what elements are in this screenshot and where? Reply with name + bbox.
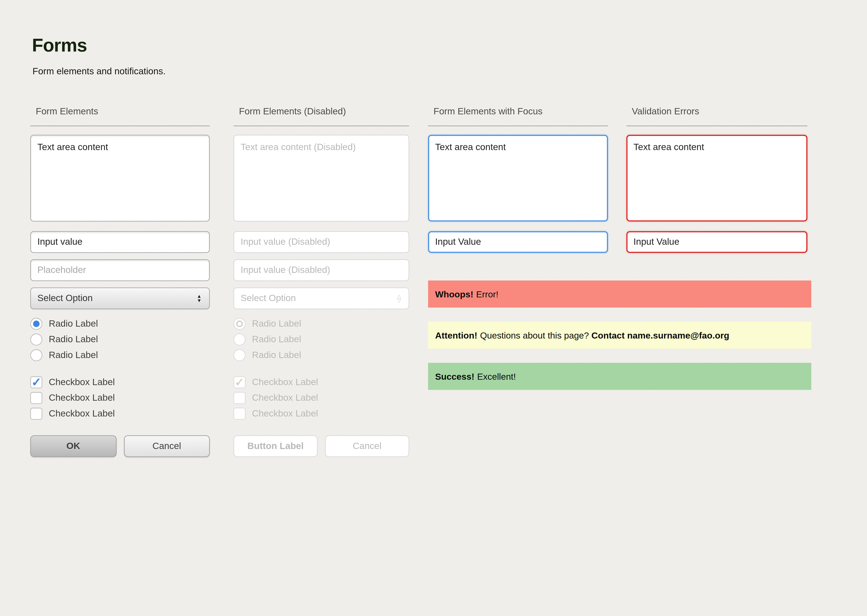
checkbox-input-disabled: [234, 408, 246, 420]
section-heading: Form Elements: [30, 106, 210, 126]
select-value: Select Option: [241, 293, 397, 304]
section-validation-errors: Validation Errors Text area content: [626, 106, 807, 253]
radio-option[interactable]: Radio Label: [30, 333, 210, 346]
radio-group-disabled: Radio Label Radio Label Radio Label: [234, 317, 409, 362]
radio-option[interactable]: Radio Label: [30, 317, 210, 330]
checkbox-option-disabled: Checkbox Label: [234, 376, 409, 389]
page-subtitle: Form elements and notifications.: [33, 66, 166, 77]
checkbox-option[interactable]: Checkbox Label: [30, 391, 210, 405]
section-form-elements-disabled: Form Elements (Disabled) Select Option △…: [234, 106, 409, 457]
section-heading: Form Elements with Focus: [428, 106, 608, 126]
text-input-disabled: [234, 231, 409, 253]
textarea-disabled: [234, 135, 409, 222]
checkbox-input-disabled: [234, 392, 246, 404]
banner-text: Error!: [476, 289, 498, 299]
textarea[interactable]: Text area content: [30, 135, 210, 222]
radio-input[interactable]: [30, 349, 42, 361]
text-input-filled[interactable]: [30, 231, 210, 253]
radio-label: Radio Label: [49, 350, 98, 361]
text-input-error[interactable]: [626, 231, 807, 253]
radio-option-disabled: Radio Label: [234, 317, 409, 330]
radio-input-disabled: [234, 333, 246, 346]
banner-bold-text: Success!: [435, 371, 474, 382]
text-input-disabled: [234, 259, 409, 281]
radio-label: Radio Label: [49, 318, 98, 329]
checkbox-label: Checkbox Label: [252, 408, 318, 419]
checkbox-option[interactable]: Checkbox Label: [30, 407, 210, 420]
textarea-error[interactable]: Text area content: [626, 135, 807, 222]
attention-banner: Attention! Questions about this page? Co…: [428, 322, 811, 349]
select-stepper-icon: ▲▼: [197, 294, 202, 303]
radio-label: Radio Label: [252, 350, 301, 361]
radio-label: Radio Label: [252, 334, 301, 345]
ok-button[interactable]: OK: [30, 435, 116, 457]
radio-option[interactable]: Radio Label: [30, 349, 210, 362]
section-form-elements-focus: Form Elements with Focus Text area conte…: [428, 106, 608, 253]
radio-option-disabled: Radio Label: [234, 333, 409, 346]
forms-style-guide-page: Forms Form elements and notifications. F…: [0, 0, 867, 616]
banner-text: Questions about this page?: [480, 330, 591, 341]
radio-input[interactable]: [30, 333, 42, 346]
text-input-placeholder[interactable]: [30, 259, 210, 281]
checkbox-option-disabled: Checkbox Label: [234, 407, 409, 420]
select-stepper-icon: △▽: [397, 294, 401, 303]
checkbox-label: Checkbox Label: [49, 377, 115, 388]
section-heading: Validation Errors: [626, 106, 807, 126]
radio-input-selected-disabled: [234, 318, 246, 330]
button-row-disabled: Button Label Cancel: [234, 435, 409, 457]
button-row: OK Cancel: [30, 435, 210, 457]
checkbox-option[interactable]: Checkbox Label: [30, 376, 210, 389]
select-value: Select Option: [38, 293, 197, 304]
button-label-disabled: Button Label: [234, 435, 318, 457]
checkbox-input[interactable]: [30, 408, 42, 420]
checkbox-input[interactable]: [30, 392, 42, 404]
radio-label: Radio Label: [49, 334, 98, 345]
banner-bold-text: Whoops!: [435, 289, 473, 299]
error-banner: Whoops! Error!: [428, 280, 811, 308]
radio-input-selected[interactable]: [30, 318, 42, 330]
checkbox-input-checked-disabled: [234, 376, 246, 388]
section-form-elements: Form Elements Text area content Select O…: [30, 106, 210, 457]
radio-group: Radio Label Radio Label Radio Label: [30, 317, 210, 362]
text-input-focused[interactable]: [428, 231, 608, 253]
checkbox-label: Checkbox Label: [49, 393, 115, 404]
cancel-button-disabled: Cancel: [325, 435, 409, 457]
checkbox-label: Checkbox Label: [49, 408, 115, 419]
cancel-button[interactable]: Cancel: [124, 435, 210, 457]
checkbox-label: Checkbox Label: [252, 393, 318, 404]
section-heading: Form Elements (Disabled): [234, 106, 409, 126]
textarea-focused[interactable]: Text area content: [428, 135, 608, 222]
success-banner: Success! Excellent!: [428, 363, 811, 390]
checkbox-group-disabled: Checkbox Label Checkbox Label Checkbox L…: [234, 376, 409, 420]
checkbox-label: Checkbox Label: [252, 377, 318, 388]
page-title: Forms: [32, 35, 87, 56]
banner-contact-email: Contact name.surname@fao.org: [591, 330, 729, 341]
checkbox-input-checked[interactable]: [30, 376, 42, 388]
radio-option-disabled: Radio Label: [234, 349, 409, 362]
banner-text: Excellent!: [477, 371, 516, 382]
select-dropdown-disabled: Select Option △▽: [234, 288, 409, 309]
select-dropdown[interactable]: Select Option ▲▼: [30, 288, 210, 309]
checkbox-option-disabled: Checkbox Label: [234, 391, 409, 405]
banner-bold-text: Attention!: [435, 330, 478, 341]
checkbox-group: Checkbox Label Checkbox Label Checkbox L…: [30, 376, 210, 420]
radio-label: Radio Label: [252, 318, 301, 329]
radio-input-disabled: [234, 349, 246, 361]
